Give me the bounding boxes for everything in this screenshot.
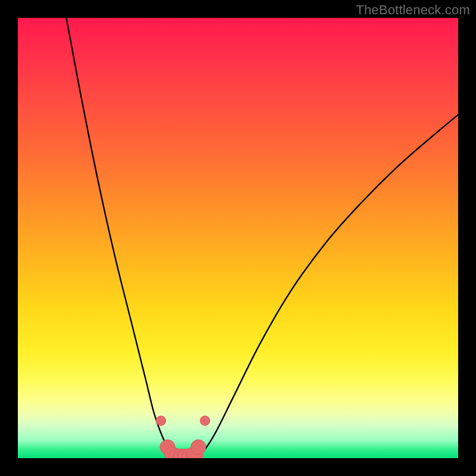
curve-left-branch bbox=[66, 18, 174, 456]
watermark-text: TheBottleneck.com bbox=[356, 2, 470, 18]
marker-point bbox=[200, 416, 209, 425]
marker-point bbox=[156, 416, 165, 425]
plot-area bbox=[18, 18, 458, 458]
chart-frame: TheBottleneck.com bbox=[0, 0, 476, 476]
marker-point bbox=[191, 440, 206, 455]
curve-right-branch bbox=[198, 115, 458, 456]
curve-overlay bbox=[18, 18, 458, 458]
